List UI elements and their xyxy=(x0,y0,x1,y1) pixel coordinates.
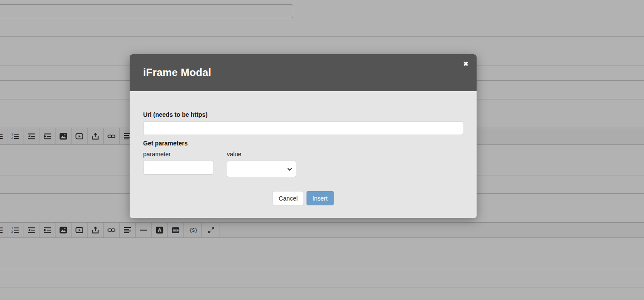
value-select[interactable] xyxy=(227,161,296,177)
modal-header: iFrame Modal ✖ xyxy=(130,54,477,91)
get-parameters-heading: Get parameters xyxy=(143,140,188,147)
cancel-button[interactable]: Cancel xyxy=(273,191,304,205)
parameter-label: parameter xyxy=(143,151,171,158)
modal-body: Url (needs to be https) Get parameters p… xyxy=(130,91,477,218)
close-icon[interactable]: ✖ xyxy=(461,59,470,69)
url-label: Url (needs to be https) xyxy=(143,111,208,118)
modal-button-row: Cancel Insert xyxy=(273,191,334,205)
insert-button[interactable]: Insert xyxy=(306,191,333,205)
value-label: value xyxy=(227,151,241,158)
url-input[interactable] xyxy=(143,121,463,135)
parameter-input[interactable] xyxy=(143,161,213,175)
modal-title: iFrame Modal xyxy=(143,66,464,79)
page: iFrame Modal ✖ Url (needs to be https) G… xyxy=(0,0,644,300)
iframe-modal: iFrame Modal ✖ Url (needs to be https) G… xyxy=(130,54,477,218)
